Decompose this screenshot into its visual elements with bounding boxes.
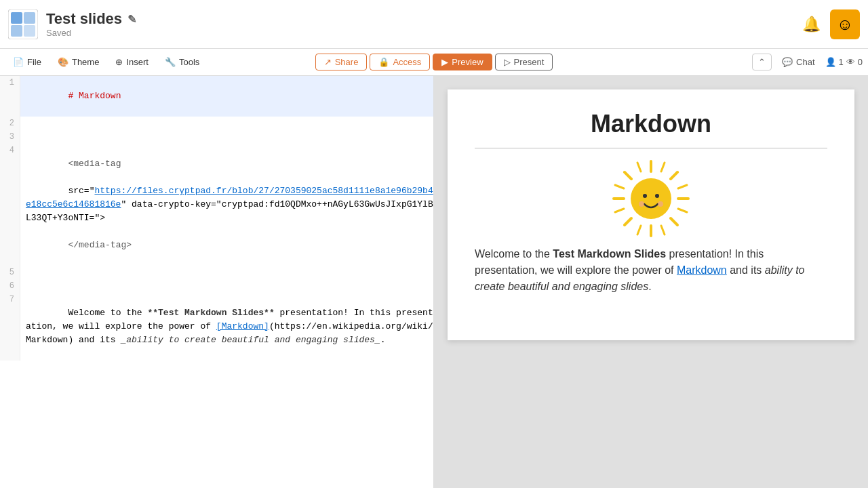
editor-line: 7 Welcome to the **Test Markdown Slides*… xyxy=(0,293,433,361)
svg-point-22 xyxy=(643,194,647,198)
toolbar: 📄 File 🎨 Theme ⊕ Insert 🔧 Tools ↗ Share … xyxy=(0,49,868,76)
line-number: 3 xyxy=(0,130,20,144)
user-avatar-button[interactable]: ☺ xyxy=(830,9,860,39)
title-area: Test slides ✎ Saved xyxy=(46,10,800,38)
svg-point-23 xyxy=(655,194,659,198)
svg-point-21 xyxy=(631,178,671,219)
svg-rect-4 xyxy=(24,25,35,37)
code-tag: <media-tag xyxy=(68,159,121,169)
header-actions: 🔔 ☺ xyxy=(800,9,860,39)
svg-line-19 xyxy=(615,209,624,212)
header: Test slides ✎ Saved 🔔 ☺ xyxy=(0,0,868,49)
notification-button[interactable]: 🔔 xyxy=(800,13,823,36)
editor-line: 5 xyxy=(0,266,433,279)
slide-markdown-link[interactable]: Markdown xyxy=(677,264,727,276)
svg-point-24 xyxy=(639,201,644,207)
line-content: # Markdown xyxy=(20,76,433,117)
code-editor[interactable]: 1 # Markdown 2 3 4 <media-tag src="https… xyxy=(0,76,434,488)
line-number: 7 xyxy=(0,293,20,361)
app-logo xyxy=(8,9,38,39)
chat-icon: 💬 xyxy=(782,57,793,67)
svg-line-13 xyxy=(637,163,641,171)
svg-line-9 xyxy=(625,172,631,179)
line-number: 6 xyxy=(0,279,20,293)
present-button[interactable]: ▷ Present xyxy=(495,54,553,70)
access-icon: 🔒 xyxy=(378,57,389,67)
access-button[interactable]: 🔒 Access xyxy=(370,54,430,70)
theme-icon: 🎨 xyxy=(58,57,68,67)
viewer-count: 👤 1 👁 0 xyxy=(825,57,863,67)
line-content: <media-tag src="https://files.cryptpad.f… xyxy=(20,144,433,266)
line-number: 2 xyxy=(0,117,20,130)
editor-line: 3 xyxy=(0,130,433,144)
edit-icon[interactable]: ✎ xyxy=(127,13,136,26)
save-status: Saved xyxy=(46,28,800,38)
svg-line-10 xyxy=(671,172,677,179)
document-title: Test slides ✎ xyxy=(46,10,800,28)
file-icon: 📄 xyxy=(13,57,24,67)
line-content xyxy=(20,130,433,144)
svg-line-12 xyxy=(671,218,677,225)
slide-preview: Markdown xyxy=(434,76,868,488)
line-number: 4 xyxy=(0,144,20,266)
theme-button[interactable]: 🎨 Theme xyxy=(50,54,106,70)
share-button[interactable]: ↗ Share xyxy=(315,54,368,70)
bell-icon: 🔔 xyxy=(802,16,821,33)
chevron-up-icon: ⌃ xyxy=(758,57,766,67)
main-content: 1 # Markdown 2 3 4 <media-tag src="https… xyxy=(0,76,868,488)
svg-rect-3 xyxy=(11,25,22,37)
editor-line: 4 <media-tag src="https://files.cryptpad… xyxy=(0,144,433,266)
preview-button[interactable]: ▶ Preview xyxy=(433,54,492,70)
eye-icon: 👁 xyxy=(846,57,855,67)
line-content xyxy=(20,117,433,130)
line-number: 1 xyxy=(0,76,20,117)
svg-point-25 xyxy=(658,201,663,207)
preview-icon: ▶ xyxy=(441,57,448,67)
slide-title: Markdown xyxy=(475,110,827,138)
toolbar-right: ⌃ 💬 Chat 👤 1 👁 0 xyxy=(554,54,863,70)
file-menu-button[interactable]: 📄 File xyxy=(5,54,49,70)
markdown-heading: # Markdown xyxy=(68,91,121,101)
svg-line-16 xyxy=(661,226,665,235)
collapse-button[interactable]: ⌃ xyxy=(752,54,772,70)
line-content: Welcome to the **Test Markdown Slides** … xyxy=(20,293,433,361)
insert-button[interactable]: ⊕ Insert xyxy=(108,54,156,70)
share-icon: ↗ xyxy=(324,57,332,67)
svg-line-11 xyxy=(625,218,631,225)
editor-line: 2 xyxy=(0,117,433,130)
svg-line-15 xyxy=(637,226,641,235)
sun-image xyxy=(610,158,692,239)
tools-button[interactable]: 🔧 Tools xyxy=(157,54,207,70)
slide-content: Markdown xyxy=(448,89,854,340)
svg-line-18 xyxy=(678,185,687,188)
user-count-icon: 👤 xyxy=(825,57,836,67)
line-content xyxy=(20,279,433,293)
line-number: 5 xyxy=(0,266,20,279)
insert-icon: ⊕ xyxy=(115,57,123,67)
toolbar-left: 📄 File 🎨 Theme ⊕ Insert 🔧 Tools xyxy=(5,54,314,70)
line-content xyxy=(20,266,433,279)
svg-line-20 xyxy=(678,209,687,212)
slide-body-text: Welcome to the Test Markdown Slides pres… xyxy=(475,246,827,295)
editor-line: 6 xyxy=(0,279,433,293)
toolbar-center: ↗ Share 🔒 Access ▶ Preview ▷ Present xyxy=(315,54,553,70)
code-tag-close: </media-tag> xyxy=(68,240,132,250)
slide-bold-text: Test Markdown Slides xyxy=(553,248,666,260)
svg-rect-2 xyxy=(24,12,35,24)
editor-line: 1 # Markdown xyxy=(0,76,433,117)
svg-line-14 xyxy=(661,163,665,171)
tools-icon: 🔧 xyxy=(165,57,176,67)
slide-divider xyxy=(475,148,827,148)
svg-line-17 xyxy=(615,185,624,188)
avatar-icon: ☺ xyxy=(837,15,854,34)
present-icon: ▷ xyxy=(504,57,511,67)
svg-rect-1 xyxy=(11,12,22,24)
chat-button[interactable]: 💬 Chat xyxy=(774,54,822,70)
